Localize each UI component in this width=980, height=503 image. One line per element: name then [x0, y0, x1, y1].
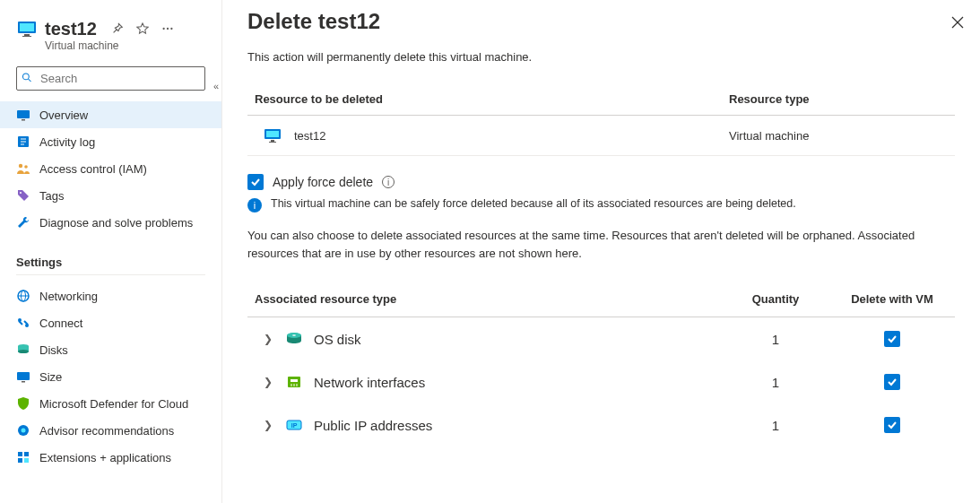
svg-point-41	[292, 334, 296, 336]
force-delete-info-row: i This virtual machine can be safely for…	[247, 197, 955, 212]
nic-icon	[285, 373, 303, 391]
nav-defender[interactable]: Microsoft Defender for Cloud	[0, 390, 221, 417]
svg-rect-37	[271, 140, 274, 142]
nav-label: Activity log	[39, 135, 95, 149]
vm-icon	[264, 126, 282, 144]
assoc-col-del: Delete with VM	[829, 282, 955, 317]
svg-rect-32	[24, 458, 29, 463]
advisor-icon	[16, 423, 30, 438]
search-input[interactable]	[16, 66, 205, 91]
orphan-text: You can also choose to delete associated…	[247, 227, 955, 262]
resource-table: Resource to be deleted Resource type tes…	[247, 83, 955, 156]
network-icon	[16, 289, 30, 303]
svg-rect-30	[24, 452, 29, 456]
nav-extensions[interactable]: Extensions + applications	[0, 444, 221, 471]
svg-rect-1	[20, 23, 34, 31]
favorite-button[interactable]	[133, 19, 152, 39]
nav-activity-log[interactable]: Activity log	[0, 128, 221, 155]
assoc-col-qty: Quantity	[722, 282, 829, 317]
delete-with-vm-checkbox[interactable]	[884, 374, 900, 390]
nav-settings: Networking Connect Disks Size Microsoft …	[0, 279, 221, 474]
delete-panel: « Delete test12 This action will permane…	[222, 0, 980, 503]
close-button[interactable]	[948, 13, 967, 36]
disks-icon	[16, 343, 30, 357]
assoc-name: Public IP addresses	[314, 418, 432, 433]
connect-icon	[16, 316, 30, 330]
vm-icon	[16, 108, 30, 122]
delete-with-vm-checkbox[interactable]	[884, 417, 900, 433]
nav-disks[interactable]: Disks	[0, 336, 221, 363]
assoc-qty: 1	[722, 403, 829, 447]
resource-row: test12 Virtual machine	[247, 116, 955, 156]
nav-label: Disks	[39, 343, 68, 357]
svg-rect-43	[291, 379, 298, 382]
svg-rect-2	[24, 34, 30, 36]
nav-label: Size	[39, 370, 62, 384]
svg-point-21	[18, 318, 22, 322]
resource-sidebar: test12 Virtual machine	[0, 0, 222, 503]
assoc-qty: 1	[722, 360, 829, 403]
pin-button[interactable]	[108, 19, 127, 39]
svg-rect-31	[18, 458, 22, 463]
expand-icon[interactable]: ❯	[264, 376, 274, 388]
nav-overview[interactable]: Overview	[0, 101, 221, 128]
resource-title: test12	[45, 19, 97, 39]
nav-networking[interactable]: Networking	[0, 282, 221, 309]
assoc-name: OS disk	[314, 332, 361, 347]
sidebar-search	[16, 66, 205, 91]
nav-label: Access control (IAM)	[39, 162, 147, 176]
svg-rect-26	[22, 381, 25, 383]
svg-rect-10	[22, 119, 25, 121]
nav-label: Advisor recommendations	[39, 424, 174, 438]
nav-label: Diagnose and solve problems	[39, 216, 193, 230]
extensions-icon	[16, 450, 30, 464]
info-badge-icon: i	[247, 198, 262, 212]
svg-point-28	[22, 429, 26, 433]
collapse-sidebar-icon[interactable]: «	[213, 81, 219, 91]
assoc-row-nic: ❯ Network interfaces 1	[247, 360, 955, 403]
people-icon	[16, 161, 30, 176]
svg-rect-25	[17, 372, 30, 380]
svg-point-24	[18, 350, 29, 353]
wrench-icon	[16, 215, 30, 230]
shield-icon	[16, 396, 30, 411]
nav-size[interactable]: Size	[0, 363, 221, 390]
col-type: Resource type	[722, 83, 955, 116]
assoc-qty: 1	[722, 317, 829, 361]
tag-icon	[16, 188, 30, 203]
svg-point-22	[25, 324, 29, 327]
resource-name: test12	[294, 129, 325, 143]
search-icon	[22, 72, 32, 85]
expand-icon[interactable]: ❯	[264, 419, 274, 431]
size-icon	[16, 369, 30, 384]
svg-rect-9	[17, 110, 30, 118]
nav-label: Connect	[39, 317, 82, 330]
info-icon[interactable]: i	[382, 176, 395, 188]
nav-label: Networking	[39, 290, 98, 303]
resource-header: test12 Virtual machine	[0, 18, 221, 59]
svg-rect-29	[18, 452, 22, 456]
nav-main: Overview Activity log Access control (IA…	[0, 98, 221, 239]
more-button[interactable]	[158, 19, 178, 39]
resource-subtitle: Virtual machine	[45, 39, 205, 52]
svg-rect-38	[269, 142, 276, 143]
nav-advisor[interactable]: Advisor recommendations	[0, 417, 221, 444]
col-resource: Resource to be deleted	[247, 83, 722, 116]
delete-with-vm-checkbox[interactable]	[884, 331, 900, 347]
nav-label: Extensions + applications	[39, 451, 171, 464]
section-settings-label: Settings	[16, 239, 205, 275]
nav-diagnose[interactable]: Diagnose and solve problems	[0, 209, 221, 236]
nav-connect[interactable]: Connect	[0, 309, 221, 336]
svg-point-7	[23, 74, 30, 80]
nav-tags[interactable]: Tags	[0, 182, 221, 209]
assoc-col-type: Associated resource type	[247, 282, 722, 317]
svg-point-16	[24, 165, 28, 169]
force-delete-row: Apply force delete i	[247, 174, 955, 190]
assoc-name: Network interfaces	[314, 375, 425, 390]
force-delete-checkbox[interactable]	[247, 174, 264, 190]
expand-icon[interactable]: ❯	[264, 333, 274, 345]
nav-access-control[interactable]: Access control (IAM)	[0, 155, 221, 182]
log-icon	[16, 134, 30, 149]
ip-icon: IP	[285, 416, 303, 434]
nav-label: Microsoft Defender for Cloud	[39, 397, 188, 411]
